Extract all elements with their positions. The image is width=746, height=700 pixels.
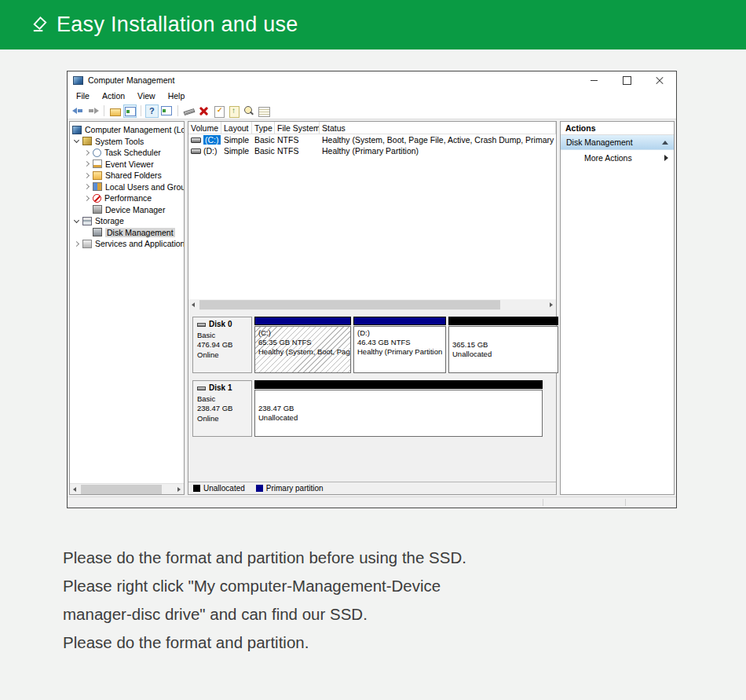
instruction-line: manager-disc drive" and can find our SSD…	[63, 600, 722, 629]
toolbar-separator	[177, 105, 178, 116]
minimize-icon[interactable]	[577, 71, 610, 89]
tree-item-device-manager[interactable]: Device Manager	[70, 204, 184, 216]
menu-view[interactable]: View	[131, 91, 162, 101]
forward-icon[interactable]	[86, 104, 100, 118]
tree-item-disk-management[interactable]: Disk Management	[70, 227, 184, 239]
checklist-icon[interactable]	[212, 104, 225, 118]
chevron-right-icon[interactable]	[84, 161, 90, 167]
scroll-right-icon[interactable]	[173, 484, 184, 495]
graphical-view: Disk 0 Basic 476.94 GB Online (C:) 65.35…	[188, 310, 556, 482]
event-viewer-icon	[93, 159, 102, 168]
menu-file[interactable]: File	[70, 91, 96, 101]
tree-item-performance[interactable]: Performance	[70, 192, 184, 204]
chevron-right-icon[interactable]	[84, 196, 90, 201]
disk-0-label[interactable]: Disk 0 Basic 476.94 GB Online	[192, 317, 252, 373]
column-layout[interactable]: Layout	[221, 122, 252, 134]
properties-icon[interactable]	[257, 104, 270, 118]
chevron-right-icon[interactable]	[84, 150, 90, 156]
menu-action[interactable]: Action	[96, 91, 131, 101]
tree-horizontal-scrollbar[interactable]	[70, 483, 184, 494]
menu-bar: File Action View Help	[68, 89, 676, 103]
tree-item-computer-management[interactable]: Computer Management (Local	[70, 124, 184, 136]
close-icon[interactable]	[643, 71, 676, 89]
tree-item-event-viewer[interactable]: Event Viewer	[70, 159, 184, 170]
chevron-right-icon[interactable]	[74, 241, 79, 247]
tree-item-storage[interactable]: Storage	[70, 215, 184, 227]
task-scheduler-icon	[93, 148, 101, 157]
chevron-down-icon[interactable]	[74, 137, 79, 143]
status-separator	[625, 499, 626, 506]
disk-0: Disk 0 Basic 476.94 GB Online (C:) 65.35…	[192, 317, 552, 373]
arrow-right-icon	[664, 155, 668, 161]
partition-d[interactable]: (D:) 46.43 GB NTFS Healthy (Primary Part…	[353, 317, 446, 373]
console-window-icon[interactable]	[123, 104, 137, 118]
disk-1-label[interactable]: Disk 1 Basic 238.47 GB Online	[192, 380, 252, 437]
help-icon[interactable]	[145, 104, 159, 118]
tree-item-task-scheduler[interactable]: Task Scheduler	[70, 147, 184, 159]
console-tree-pane: Computer Management (Local System Tools …	[69, 121, 185, 495]
export-list-icon[interactable]	[108, 104, 122, 118]
legend-unallocated: Unallocated	[193, 484, 245, 493]
unallocated-region-disk0[interactable]: 365.15 GB Unallocated	[448, 317, 558, 373]
primary-partition-swatch	[256, 485, 263, 492]
scroll-left-icon[interactable]	[188, 299, 199, 310]
instruction-line: Please do the format and partition befor…	[63, 544, 722, 572]
tree-item-local-users-and-groups[interactable]: Local Users and Groups	[70, 181, 184, 193]
actions-header: Actions	[561, 122, 674, 135]
tree-item-shared-folders[interactable]: Shared Folders	[70, 170, 184, 181]
status-bar	[68, 497, 676, 508]
spacer	[85, 207, 89, 211]
disk-management-pane: Volume Layout Type File System Status (C…	[188, 121, 557, 495]
scrollbar-thumb[interactable]	[199, 300, 500, 310]
column-file-system[interactable]: File System	[275, 122, 320, 134]
column-status[interactable]: Status	[320, 122, 556, 134]
scrollbar-thumb[interactable]	[81, 485, 162, 494]
primary-partition-bar	[353, 317, 446, 325]
disk-1: Disk 1 Basic 238.47 GB Online 238.47 GB …	[192, 380, 552, 437]
scroll-left-icon[interactable]	[70, 484, 81, 495]
collapse-icon[interactable]	[662, 141, 668, 145]
instruction-line: Please do the format and partition.	[63, 629, 722, 657]
tree-item-system-tools[interactable]: System Tools	[70, 136, 184, 148]
actions-disk-management[interactable]: Disk Management	[561, 135, 674, 150]
partition-c[interactable]: (C:) 65.35 GB NTFS Healthy (System, Boot…	[254, 317, 351, 373]
banner: Easy Installation and use	[0, 0, 746, 49]
scroll-right-icon[interactable]	[545, 299, 556, 310]
volume-list-scrollbar[interactable]	[188, 299, 556, 310]
storage-icon	[82, 217, 92, 225]
unallocated-bar	[448, 317, 558, 325]
volume-row-c[interactable]: (C:) Simple Basic NTFS Healthy (System, …	[188, 134, 556, 145]
title-bar[interactable]: Computer Management	[68, 71, 676, 89]
app-icon	[73, 76, 83, 85]
send-icon[interactable]	[227, 104, 240, 118]
action-pane-icon[interactable]	[160, 104, 174, 118]
column-volume[interactable]: Volume	[188, 122, 221, 134]
spacer	[85, 230, 89, 234]
window-title: Computer Management	[88, 75, 174, 85]
more-actions[interactable]: More Actions	[561, 150, 674, 165]
chevron-right-icon[interactable]	[84, 173, 90, 178]
search-folder-icon[interactable]	[242, 104, 255, 118]
unallocated-swatch	[193, 485, 200, 492]
disk-icon	[197, 323, 206, 327]
volume-row-d[interactable]: (D:) Simple Basic NTFS Healthy (Primary …	[188, 145, 556, 156]
actions-pane: Actions Disk Management More Actions	[560, 121, 675, 495]
volume-icon	[191, 137, 201, 143]
screwdriver-icon[interactable]	[182, 104, 196, 118]
legend: Unallocated Primary partition	[188, 482, 556, 494]
column-type[interactable]: Type	[252, 122, 275, 134]
menu-help[interactable]: Help	[162, 91, 192, 101]
back-icon[interactable]	[71, 104, 85, 118]
computer-management-window: Computer Management File Action View Hel…	[67, 71, 677, 508]
chevron-right-icon[interactable]	[84, 184, 90, 189]
volume-icon	[191, 148, 201, 154]
chevron-down-icon[interactable]	[74, 218, 79, 223]
delete-icon[interactable]	[197, 104, 210, 118]
instruction-line: Please right click "My computer-Manageme…	[63, 572, 722, 600]
volume-list-header: Volume Layout Type File System Status	[188, 122, 556, 134]
tree-item-services-and-applications[interactable]: Services and Applications	[70, 238, 184, 250]
computer-icon	[72, 126, 82, 134]
unallocated-region-disk1[interactable]: 238.47 GB Unallocated	[254, 380, 543, 437]
unallocated-bar	[254, 380, 543, 389]
maximize-icon[interactable]	[610, 71, 643, 89]
